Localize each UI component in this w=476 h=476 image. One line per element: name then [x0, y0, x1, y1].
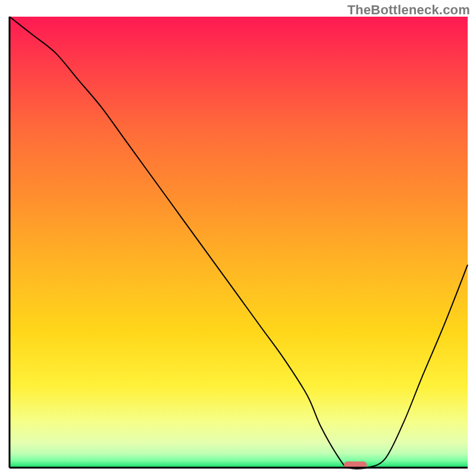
- watermark-label: TheBottleneck.com: [347, 2, 470, 18]
- chart-canvas: [0, 0, 476, 476]
- plot-background: [10, 17, 468, 468]
- bottleneck-chart: TheBottleneck.com: [0, 0, 476, 476]
